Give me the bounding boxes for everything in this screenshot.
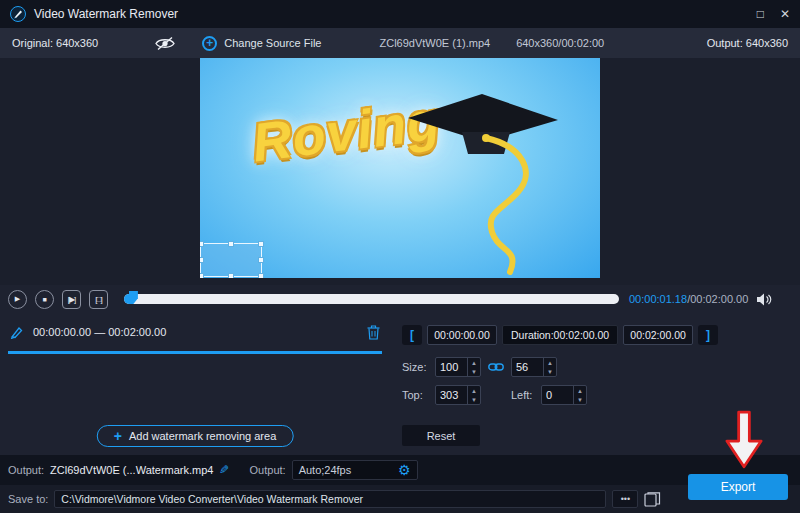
window-title: Video Watermark Remover	[34, 7, 178, 21]
volume-icon[interactable]	[756, 293, 772, 306]
spin-down-icon[interactable]: ▼	[574, 395, 586, 404]
selection-handle[interactable]	[200, 273, 204, 278]
open-folder-icon[interactable]	[644, 492, 661, 507]
output-format-label: Output:	[250, 464, 286, 476]
output-name-label: Output:	[8, 464, 44, 476]
save-path-input[interactable]	[54, 490, 606, 508]
watermark-list-item[interactable]: 00:00:00.00 — 00:02:00.00	[0, 319, 390, 345]
output-filename: ZCl69dVtW0E (...Watermark.mp4	[50, 464, 213, 476]
gear-icon[interactable]: ⚙	[398, 463, 411, 477]
height-field[interactable]	[512, 361, 543, 373]
position-row: Top: ▲ ▼ Left: ▲ ▼	[402, 385, 587, 405]
preview-eye-toggle-icon[interactable]	[154, 36, 176, 51]
current-time: 00:00:01.18	[629, 293, 687, 305]
top-field[interactable]	[436, 389, 467, 401]
total-time: /00:02:00.00	[687, 293, 748, 305]
save-to-label: Save to:	[8, 493, 48, 505]
toolbar: Original: 640x360 + Change Source File Z…	[0, 28, 800, 58]
reset-button[interactable]: Reset	[402, 425, 480, 446]
transport-bar: ▶ ■ [▶] [□] 00:00:01.18/00:02:00.00	[0, 285, 800, 313]
width-input: ▲ ▼	[435, 357, 481, 377]
spin-down-icon[interactable]: ▼	[544, 367, 556, 376]
stop-button[interactable]: ■	[35, 290, 54, 309]
marker-icon	[10, 324, 25, 341]
time-range-row: [ 00:00:00.00 Duration:00:02:00.00 00:02…	[402, 325, 718, 345]
output-format-dropdown[interactable]: Auto;24fps ⚙	[292, 460, 418, 480]
video-frame: Roving	[200, 58, 600, 278]
selection-handle[interactable]	[200, 241, 204, 247]
watermark-duration-bar	[8, 351, 382, 354]
change-source-label: Change Source File	[224, 37, 321, 49]
set-end-bracket-button[interactable]: ]	[698, 325, 718, 345]
add-watermark-area-label: Add watermark removing area	[129, 430, 276, 442]
file-info: 640x360/00:02:00	[516, 37, 604, 49]
selection-handle[interactable]	[258, 241, 264, 247]
current-filename: ZCl69dVtW0E (1).mp4	[379, 37, 490, 49]
edit-name-icon[interactable]: ✎	[219, 463, 229, 477]
watermark-selection-box[interactable]	[200, 243, 262, 277]
watermark-time-range: 00:00:00.00 — 00:02:00.00	[33, 326, 166, 338]
left-input: ▲ ▼	[541, 385, 587, 405]
window-controls: □ ✕	[757, 8, 790, 20]
content-area: 00:00:00.00 — 00:02:00.00 + Add watermar…	[0, 313, 800, 455]
plus-icon: +	[114, 429, 122, 443]
selection-handle[interactable]	[228, 273, 234, 278]
save-row: Save to: •••	[0, 485, 800, 513]
timeline-slider[interactable]	[124, 294, 619, 304]
titlebar: Video Watermark Remover □ ✕	[0, 0, 800, 28]
graduation-cap-graphic	[390, 80, 580, 278]
bottom-bars: Output: ZCl69dVtW0E (...Watermark.mp4 ✎ …	[0, 455, 800, 513]
left-label: Left:	[511, 389, 541, 401]
app-window: Video Watermark Remover □ ✕ Original: 64…	[0, 0, 800, 513]
frame-play-button[interactable]: [▶]	[62, 290, 81, 309]
export-button[interactable]: Export	[688, 474, 788, 500]
spin-up-icon[interactable]: ▲	[468, 386, 480, 395]
plus-icon: +	[202, 36, 217, 51]
output-row: Output: ZCl69dVtW0E (...Watermark.mp4 ✎ …	[0, 455, 800, 485]
selection-handle[interactable]	[228, 241, 234, 247]
delete-watermark-icon[interactable]	[367, 325, 380, 340]
height-input: ▲ ▼	[511, 357, 557, 377]
spin-down-icon[interactable]: ▼	[468, 367, 480, 376]
selection-handle[interactable]	[258, 273, 264, 278]
start-time-field[interactable]: 00:00:00.00	[427, 325, 497, 345]
spin-up-icon[interactable]: ▲	[468, 358, 480, 367]
end-time-field[interactable]: 00:02:00.00	[623, 325, 693, 345]
edit-panel: [ 00:00:00.00 Duration:00:02:00.00 00:02…	[390, 313, 800, 455]
spin-up-icon[interactable]: ▲	[544, 358, 556, 367]
change-source-button[interactable]: + Change Source File	[202, 36, 321, 51]
set-start-bracket-button[interactable]: [	[402, 325, 422, 345]
top-label: Top:	[402, 389, 435, 401]
browse-button[interactable]: •••	[612, 490, 638, 508]
duration-display: Duration:00:02:00.00	[502, 325, 618, 345]
output-resolution-label: Output: 640x360	[707, 37, 788, 49]
watermark-list-panel: 00:00:00.00 — 00:02:00.00 + Add watermar…	[0, 313, 390, 455]
add-watermark-area-button[interactable]: + Add watermark removing area	[97, 425, 294, 447]
size-label: Size:	[402, 361, 435, 373]
frame-stop-button[interactable]: [□]	[89, 290, 108, 309]
spin-up-icon[interactable]: ▲	[574, 386, 586, 395]
left-field[interactable]	[542, 389, 573, 401]
selection-handle[interactable]	[258, 257, 264, 263]
preview-area: Roving	[0, 58, 800, 285]
top-input: ▲ ▼	[435, 385, 481, 405]
link-aspect-icon[interactable]	[488, 362, 504, 372]
selection-handle[interactable]	[200, 257, 204, 263]
play-button[interactable]: ▶	[8, 290, 27, 309]
maximize-button[interactable]: □	[757, 8, 764, 20]
close-button[interactable]: ✕	[780, 8, 790, 20]
app-logo-icon	[10, 6, 26, 22]
width-field[interactable]	[436, 361, 467, 373]
original-resolution-label: Original: 640x360	[12, 37, 98, 49]
output-format-value: Auto;24fps	[299, 464, 398, 476]
size-row: Size: ▲ ▼ ▲	[402, 357, 557, 377]
spin-down-icon[interactable]: ▼	[468, 395, 480, 404]
